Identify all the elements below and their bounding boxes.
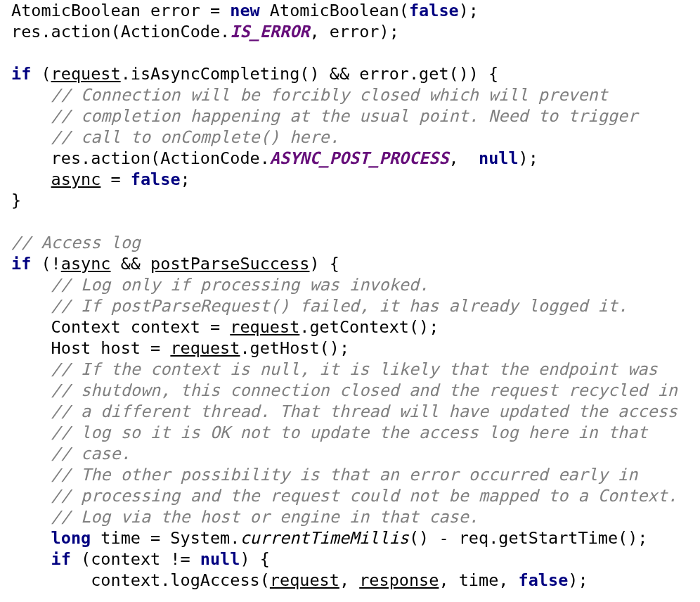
code-token: .getHost();	[240, 338, 349, 358]
code-line[interactable]: AtomicBoolean error = new AtomicBoolean(…	[11, 1, 479, 20]
code-token: // If postParseRequest() failed, it has …	[51, 296, 628, 316]
code-line[interactable]: if (request.isAsyncCompleting() && error…	[11, 64, 498, 84]
code-token	[11, 486, 51, 506]
code-token: ASYNC_POST_PROCESS	[270, 148, 449, 168]
code-line[interactable]: // If the context is null, it is likely …	[11, 359, 658, 379]
code-token: request	[51, 64, 121, 84]
code-token	[11, 444, 51, 463]
code-token: .isAsyncCompleting() && error.get()) {	[121, 64, 499, 84]
code-token: (!	[31, 254, 60, 274]
code-token: request	[230, 317, 299, 337]
code-token: AtomicBoolean(	[260, 1, 409, 20]
code-token	[11, 380, 51, 400]
code-token: false	[409, 1, 459, 20]
code-token: , time,	[439, 570, 518, 590]
code-line[interactable]: Host host = request.getHost();	[11, 338, 349, 358]
code-token: context.logAccess(	[11, 570, 270, 590]
code-line[interactable]: // Connection will be forcibly closed wh…	[11, 85, 608, 105]
code-line[interactable]: long time = System.currentTimeMillis() -…	[11, 528, 648, 548]
code-token	[11, 507, 51, 527]
code-token: IS_ERROR	[230, 22, 309, 41]
code-token: &&	[111, 254, 151, 274]
code-token: ;	[181, 169, 190, 189]
code-line[interactable]: // The other possibility is that an erro…	[11, 465, 637, 485]
code-line[interactable]: context.logAccess(request, response, tim…	[11, 570, 588, 590]
code-line[interactable]: // Log only if processing was invoked.	[11, 275, 429, 295]
code-token: null	[479, 148, 519, 168]
code-token: postParseSuccess	[150, 254, 309, 274]
code-line[interactable]: // log so it is OK not to update the acc…	[11, 423, 648, 442]
code-token: AtomicBoolean error =	[11, 1, 230, 20]
code-token: Host host =	[11, 338, 170, 358]
code-token	[11, 85, 51, 105]
code-token: // Log via the host or engine in that ca…	[51, 507, 479, 527]
code-token: // a different thread. That thread will …	[51, 402, 678, 421]
code-token: false	[131, 169, 181, 189]
code-line[interactable]: // processing and the request could not …	[11, 486, 678, 506]
code-line[interactable]: // case.	[11, 444, 131, 463]
code-token: long	[51, 528, 91, 548]
code-token: // log so it is OK not to update the acc…	[51, 423, 648, 442]
code-token	[11, 169, 51, 189]
code-token	[11, 106, 51, 126]
code-token: );	[459, 1, 479, 20]
code-token	[11, 359, 51, 379]
code-token: async	[51, 169, 101, 189]
code-line[interactable]: if (context != null) {	[11, 549, 270, 569]
code-token	[11, 402, 51, 421]
code-line[interactable]: // a different thread. That thread will …	[11, 402, 678, 421]
code-token: (context !=	[71, 549, 200, 569]
code-token: null	[200, 549, 240, 569]
code-line[interactable]: if (!async && postParseSuccess) {	[11, 254, 339, 274]
code-token: // case.	[51, 444, 131, 463]
code-token: request	[270, 570, 339, 590]
code-token: request	[170, 338, 240, 358]
code-token: if	[11, 254, 31, 274]
code-editor-content[interactable]: AtomicBoolean error = new AtomicBoolean(…	[0, 0, 700, 591]
code-line[interactable]: res.action(ActionCode.ASYNC_POST_PROCESS…	[11, 148, 538, 168]
code-token	[11, 127, 51, 147]
code-line[interactable]: res.action(ActionCode.IS_ERROR, error);	[11, 22, 399, 41]
code-line[interactable]: // shutdown, this connection closed and …	[11, 380, 678, 400]
code-line[interactable]: // If postParseRequest() failed, it has …	[11, 296, 628, 316]
code-token: // If the context is null, it is likely …	[51, 359, 658, 379]
code-token	[11, 296, 51, 316]
code-token: .getContext();	[299, 317, 439, 337]
code-token: // The other possibility is that an erro…	[51, 465, 638, 485]
code-token: );	[568, 570, 588, 590]
code-line[interactable]: Context context = request.getContext();	[11, 317, 439, 337]
code-token: );	[519, 148, 538, 168]
code-token: (	[31, 64, 51, 84]
code-token	[11, 423, 51, 442]
code-token: ,	[449, 148, 479, 168]
code-token: new	[230, 1, 259, 20]
code-token: }	[11, 191, 21, 210]
code-token	[11, 275, 51, 295]
code-token: ) {	[309, 254, 339, 274]
code-token	[11, 528, 51, 548]
code-token: // completion happening at the usual poi…	[51, 106, 638, 126]
code-line[interactable]: async = false;	[11, 169, 190, 189]
code-line[interactable]: }	[11, 191, 21, 210]
code-token: // Connection will be forcibly closed wh…	[51, 85, 608, 105]
code-token: currentTimeMillis	[240, 528, 409, 548]
code-token	[11, 549, 51, 569]
code-token: time = System.	[91, 528, 240, 548]
code-token	[11, 465, 51, 485]
code-line[interactable]: // call to onComplete() here.	[11, 127, 339, 147]
code-token: =	[101, 169, 130, 189]
code-token: async	[61, 254, 111, 274]
code-line[interactable]: // completion happening at the usual poi…	[11, 106, 637, 126]
code-token: // Log only if processing was invoked.	[51, 275, 429, 295]
code-token: // call to onComplete() here.	[51, 127, 339, 147]
code-token: , error);	[309, 22, 398, 41]
code-token: res.action(ActionCode.	[11, 22, 230, 41]
code-line[interactable]: // Access log	[11, 233, 141, 252]
code-line[interactable]: // Log via the host or engine in that ca…	[11, 507, 479, 527]
code-token: // Access log	[11, 233, 141, 252]
code-token: Context context =	[11, 317, 230, 337]
code-token: // shutdown, this connection closed and …	[51, 380, 678, 400]
code-token: () - req.getStartTime();	[409, 528, 648, 548]
code-token: ,	[339, 570, 359, 590]
code-token: if	[51, 549, 71, 569]
